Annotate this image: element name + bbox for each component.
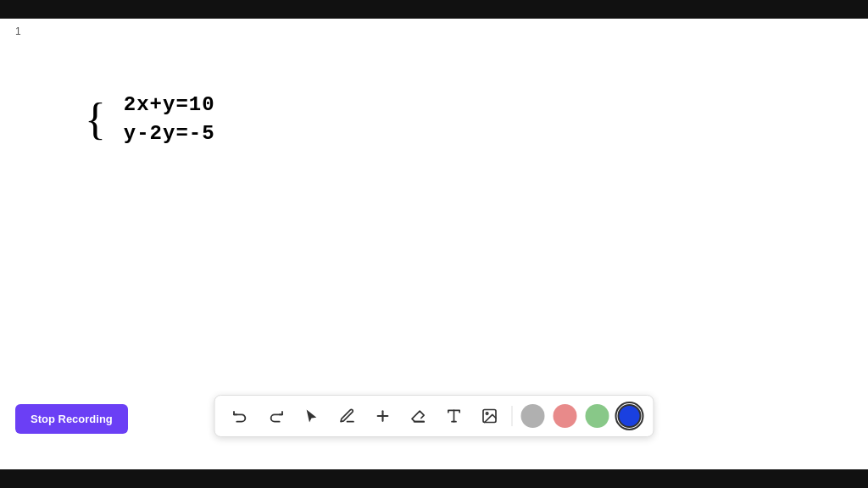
equation-line-2: y-2y=-5 bbox=[124, 119, 215, 148]
svg-marker-0 bbox=[307, 410, 317, 423]
text-button[interactable] bbox=[441, 402, 468, 430]
equation-line-1: 2x+y=10 bbox=[124, 91, 215, 119]
top-bar bbox=[0, 0, 868, 19]
equations: 2x+y=10 y-2y=-5 bbox=[124, 91, 215, 147]
bottom-bar bbox=[0, 469, 868, 488]
color-blue-button[interactable] bbox=[618, 404, 642, 428]
color-gray-button[interactable] bbox=[521, 404, 545, 428]
canvas-area: 1 { 2x+y=10 y-2y=-5 Stop Recording bbox=[0, 19, 868, 469]
math-content: { 2x+y=10 y-2y=-5 bbox=[85, 91, 215, 147]
redo-button[interactable] bbox=[263, 402, 290, 430]
page-number: 1 bbox=[15, 25, 21, 37]
color-pink-button[interactable] bbox=[554, 404, 577, 428]
add-button[interactable] bbox=[370, 402, 397, 430]
stop-recording-button[interactable]: Stop Recording bbox=[15, 404, 128, 434]
brace-symbol: { bbox=[85, 97, 106, 141]
select-button[interactable] bbox=[298, 402, 326, 430]
toolbar bbox=[214, 395, 654, 437]
eraser-button[interactable] bbox=[405, 402, 432, 430]
svg-point-7 bbox=[486, 413, 488, 415]
toolbar-divider bbox=[512, 406, 513, 426]
image-button[interactable] bbox=[476, 402, 504, 430]
color-green-button[interactable] bbox=[586, 404, 609, 428]
undo-button[interactable] bbox=[227, 402, 254, 430]
pen-button[interactable] bbox=[334, 402, 361, 430]
